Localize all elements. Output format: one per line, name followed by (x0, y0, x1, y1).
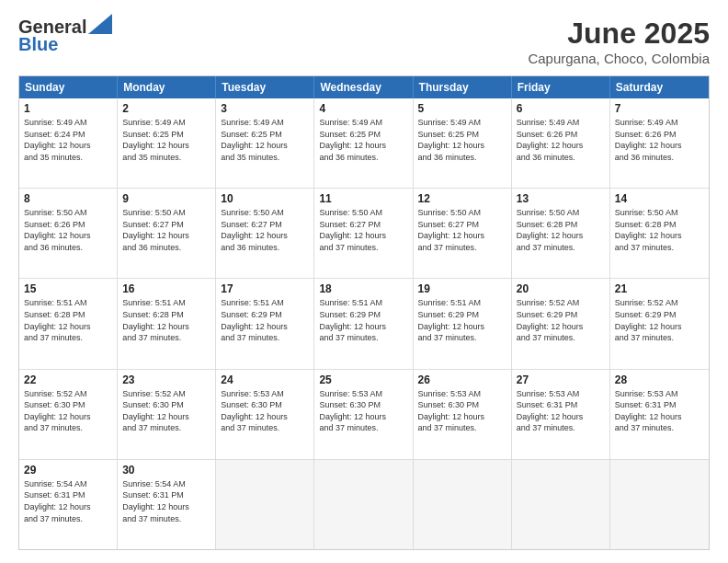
day-number: 23 (122, 373, 210, 386)
main-title: June 2025 (528, 17, 710, 51)
cell-content: Sunrise: 5:54 AMSunset: 6:31 PMDaylight:… (122, 479, 189, 523)
day-number: 25 (319, 373, 407, 386)
table-row: 3Sunrise: 5:49 AMSunset: 6:25 PMDaylight… (216, 98, 314, 188)
cell-content: Sunrise: 5:52 AMSunset: 6:29 PMDaylight:… (615, 298, 682, 342)
header-friday: Friday (512, 76, 610, 98)
table-row: 6Sunrise: 5:49 AMSunset: 6:26 PMDaylight… (512, 98, 610, 188)
logo: General Blue (18, 17, 112, 55)
day-number: 19 (418, 282, 506, 295)
table-row (216, 460, 314, 549)
cell-content: Sunrise: 5:50 AMSunset: 6:27 PMDaylight:… (418, 208, 485, 252)
table-row: 12Sunrise: 5:50 AMSunset: 6:27 PMDayligh… (414, 189, 512, 278)
cell-content: Sunrise: 5:53 AMSunset: 6:30 PMDaylight:… (418, 389, 485, 433)
cell-content: Sunrise: 5:49 AMSunset: 6:26 PMDaylight:… (615, 118, 682, 162)
table-row (414, 460, 512, 549)
day-number: 12 (418, 192, 506, 205)
day-number: 30 (122, 464, 210, 477)
day-number: 22 (24, 373, 112, 386)
cell-content: Sunrise: 5:53 AMSunset: 6:30 PMDaylight:… (221, 389, 288, 433)
cell-content: Sunrise: 5:51 AMSunset: 6:28 PMDaylight:… (122, 298, 189, 342)
day-number: 11 (319, 192, 407, 205)
day-number: 2 (122, 102, 210, 115)
header-thursday: Thursday (414, 76, 512, 98)
table-row: 13Sunrise: 5:50 AMSunset: 6:28 PMDayligh… (512, 189, 610, 278)
table-row: 11Sunrise: 5:50 AMSunset: 6:27 PMDayligh… (314, 189, 413, 278)
day-number: 1 (24, 102, 112, 115)
cell-content: Sunrise: 5:51 AMSunset: 6:28 PMDaylight:… (24, 298, 91, 342)
table-row: 19Sunrise: 5:51 AMSunset: 6:29 PMDayligh… (414, 279, 512, 368)
day-number: 24 (221, 373, 309, 386)
table-row: 5Sunrise: 5:49 AMSunset: 6:25 PMDaylight… (414, 98, 512, 188)
table-row: 25Sunrise: 5:53 AMSunset: 6:30 PMDayligh… (314, 370, 413, 459)
day-number: 21 (615, 282, 704, 295)
table-row: 21Sunrise: 5:52 AMSunset: 6:29 PMDayligh… (610, 279, 709, 368)
table-row: 16Sunrise: 5:51 AMSunset: 6:28 PMDayligh… (118, 279, 216, 368)
day-number: 9 (122, 192, 210, 205)
day-number: 8 (24, 192, 112, 205)
cell-content: Sunrise: 5:50 AMSunset: 6:27 PMDaylight:… (221, 208, 288, 252)
day-number: 14 (615, 192, 704, 205)
header-saturday: Saturday (610, 76, 709, 98)
table-row: 29Sunrise: 5:54 AMSunset: 6:31 PMDayligh… (19, 460, 118, 549)
cell-content: Sunrise: 5:52 AMSunset: 6:30 PMDaylight:… (24, 389, 91, 433)
table-row: 14Sunrise: 5:50 AMSunset: 6:28 PMDayligh… (610, 189, 709, 278)
calendar-body: 1Sunrise: 5:49 AMSunset: 6:24 PMDaylight… (19, 98, 709, 549)
table-row: 2Sunrise: 5:49 AMSunset: 6:25 PMDaylight… (118, 98, 216, 188)
day-number: 28 (615, 373, 704, 386)
day-number: 29 (24, 464, 112, 477)
cell-content: Sunrise: 5:53 AMSunset: 6:30 PMDaylight:… (319, 389, 386, 433)
cell-content: Sunrise: 5:53 AMSunset: 6:31 PMDaylight:… (517, 389, 584, 433)
table-row (610, 460, 709, 549)
day-number: 16 (122, 282, 210, 295)
cell-content: Sunrise: 5:49 AMSunset: 6:25 PMDaylight:… (221, 118, 288, 162)
header-tuesday: Tuesday (216, 76, 314, 98)
table-row: 9Sunrise: 5:50 AMSunset: 6:27 PMDaylight… (118, 189, 216, 278)
header-sunday: Sunday (19, 76, 118, 98)
cell-content: Sunrise: 5:50 AMSunset: 6:26 PMDaylight:… (24, 208, 91, 252)
day-number: 20 (517, 282, 605, 295)
header-monday: Monday (118, 76, 216, 98)
cell-content: Sunrise: 5:50 AMSunset: 6:28 PMDaylight:… (517, 208, 584, 252)
table-row: 26Sunrise: 5:53 AMSunset: 6:30 PMDayligh… (414, 370, 512, 459)
table-row: 15Sunrise: 5:51 AMSunset: 6:28 PMDayligh… (19, 279, 118, 368)
cell-content: Sunrise: 5:49 AMSunset: 6:25 PMDaylight:… (418, 118, 485, 162)
calendar-week-4: 22Sunrise: 5:52 AMSunset: 6:30 PMDayligh… (19, 369, 709, 459)
table-row (314, 460, 413, 549)
table-row: 28Sunrise: 5:53 AMSunset: 6:31 PMDayligh… (610, 370, 709, 459)
table-row: 20Sunrise: 5:52 AMSunset: 6:29 PMDayligh… (512, 279, 610, 368)
cell-content: Sunrise: 5:51 AMSunset: 6:29 PMDaylight:… (418, 298, 485, 342)
day-number: 7 (615, 102, 704, 115)
title-block: June 2025 Capurgana, Choco, Colombia (528, 17, 710, 66)
table-row: 4Sunrise: 5:49 AMSunset: 6:25 PMDaylight… (314, 98, 413, 188)
day-number: 17 (221, 282, 309, 295)
cell-content: Sunrise: 5:50 AMSunset: 6:28 PMDaylight:… (615, 208, 682, 252)
table-row: 30Sunrise: 5:54 AMSunset: 6:31 PMDayligh… (118, 460, 216, 549)
svg-marker-0 (88, 14, 112, 34)
calendar-week-2: 8Sunrise: 5:50 AMSunset: 6:26 PMDaylight… (19, 188, 709, 278)
calendar-week-5: 29Sunrise: 5:54 AMSunset: 6:31 PMDayligh… (19, 459, 709, 549)
cell-content: Sunrise: 5:52 AMSunset: 6:30 PMDaylight:… (122, 389, 189, 433)
header-wednesday: Wednesday (314, 76, 413, 98)
calendar-page: General Blue June 2025 Capurgana, Choco,… (0, 0, 728, 563)
table-row: 1Sunrise: 5:49 AMSunset: 6:24 PMDaylight… (19, 98, 118, 188)
calendar: Sunday Monday Tuesday Wednesday Thursday… (18, 75, 710, 550)
table-row: 17Sunrise: 5:51 AMSunset: 6:29 PMDayligh… (216, 279, 314, 368)
cell-content: Sunrise: 5:49 AMSunset: 6:25 PMDaylight:… (122, 118, 189, 162)
cell-content: Sunrise: 5:54 AMSunset: 6:31 PMDaylight:… (24, 479, 91, 523)
cell-content: Sunrise: 5:51 AMSunset: 6:29 PMDaylight:… (221, 298, 288, 342)
cell-content: Sunrise: 5:51 AMSunset: 6:29 PMDaylight:… (319, 298, 386, 342)
cell-content: Sunrise: 5:52 AMSunset: 6:29 PMDaylight:… (517, 298, 584, 342)
subtitle: Capurgana, Choco, Colombia (528, 51, 710, 66)
table-row (512, 460, 610, 549)
table-row: 22Sunrise: 5:52 AMSunset: 6:30 PMDayligh… (19, 370, 118, 459)
calendar-header: Sunday Monday Tuesday Wednesday Thursday… (19, 76, 709, 98)
cell-content: Sunrise: 5:49 AMSunset: 6:26 PMDaylight:… (517, 118, 584, 162)
table-row: 18Sunrise: 5:51 AMSunset: 6:29 PMDayligh… (314, 279, 413, 368)
day-number: 3 (221, 102, 309, 115)
day-number: 27 (517, 373, 605, 386)
day-number: 26 (418, 373, 506, 386)
cell-content: Sunrise: 5:50 AMSunset: 6:27 PMDaylight:… (319, 208, 386, 252)
table-row: 8Sunrise: 5:50 AMSunset: 6:26 PMDaylight… (19, 189, 118, 278)
day-number: 15 (24, 282, 112, 295)
day-number: 18 (319, 282, 407, 295)
